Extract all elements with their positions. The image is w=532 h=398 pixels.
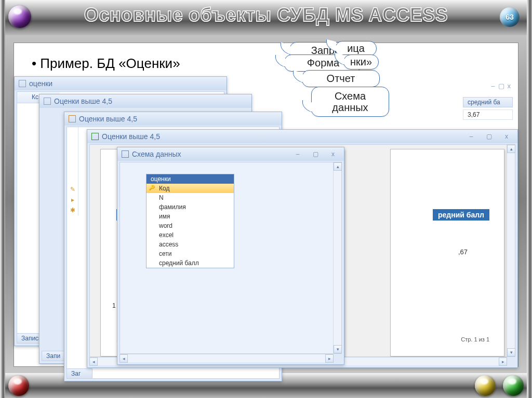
- sphere-red[interactable]: [8, 375, 29, 396]
- close-icon[interactable]: x: [508, 82, 511, 90]
- bubble-form-label: Форма: [307, 57, 339, 68]
- window-schema-body[interactable]: оценки Код N фамилия имя word excel acce…: [119, 162, 342, 354]
- window-schema: Схема данных – ▢ x оценки Код N фамилия …: [117, 147, 344, 365]
- bubble-table-frag-label: ица: [347, 43, 365, 54]
- sphere-green[interactable]: [503, 375, 524, 396]
- report-icon: [91, 133, 99, 140]
- schema-field-5[interactable]: excel: [147, 230, 234, 240]
- window-table-title: оценки: [29, 77, 52, 90]
- row-marker-new: ✱: [67, 205, 78, 215]
- window-form-title: Оценки выше 4,5: [79, 112, 137, 126]
- bubble-name-frag-label: нки»: [350, 56, 372, 67]
- schema-scroll-right-icon[interactable]: ▸: [325, 354, 334, 363]
- window-form-titlebar[interactable]: Оценки выше 4,5: [64, 112, 282, 126]
- schema-table-box[interactable]: оценки Код N фамилия имя word excel acce…: [146, 174, 234, 268]
- schema-field-1[interactable]: N: [147, 193, 234, 202]
- report-close[interactable]: x: [500, 132, 513, 141]
- slide-title: Основные объекты СУБД MS ACCESS: [0, 4, 532, 26]
- bubble-report: Отчет: [302, 70, 380, 87]
- frame-left: [0, 0, 5, 398]
- schema-close[interactable]: x: [326, 150, 340, 158]
- bullet-example: Пример. БД «Оценки»: [32, 56, 180, 72]
- bubble-schema-l2: данных: [317, 102, 383, 113]
- window-form-status: Заг: [66, 368, 92, 379]
- schema-maximize[interactable]: ▢: [309, 150, 322, 158]
- schema-field-8[interactable]: средний балл: [147, 258, 234, 268]
- schema-scroll-down-icon[interactable]: ▾: [334, 345, 342, 353]
- window-query-title: Оценки выше 4,5: [54, 94, 112, 108]
- window-report-title: Оценки выше 4,5: [102, 130, 160, 143]
- minimize-icon[interactable]: –: [491, 82, 495, 90]
- bubble-schema: Схема данных: [311, 87, 389, 117]
- frame-right: [527, 0, 532, 398]
- row-marker-cur: ▸: [67, 195, 78, 205]
- schema-icon: [122, 150, 129, 158]
- scroll-down-icon[interactable]: ▾: [507, 348, 515, 356]
- report-strip-right: редний балл: [433, 209, 489, 221]
- schema-scroll-left-icon[interactable]: ◂: [119, 354, 128, 363]
- query-icon: [44, 98, 51, 105]
- col-cell-avg: 3,67: [463, 109, 513, 120]
- report-num-one: 1: [112, 302, 116, 309]
- report-page-right: редний балл ,67 Стр. 1 из 1: [390, 149, 504, 356]
- report-maximize[interactable]: ▢: [482, 132, 496, 141]
- report-minimize[interactable]: –: [464, 132, 478, 141]
- bg-window-controls: – ▢ x: [491, 82, 511, 90]
- schema-table-name: оценки: [147, 174, 234, 184]
- col-header-avg-label: средний ба: [468, 99, 500, 106]
- bubble-report-label: Отчет: [327, 73, 355, 84]
- window-query-titlebar[interactable]: Оценки выше 4,5: [39, 94, 251, 108]
- bubble-schema-l1: Схема: [317, 90, 383, 102]
- report-scroll-v[interactable]: ▴ ▾: [507, 145, 515, 356]
- schema-minimize[interactable]: –: [291, 150, 304, 158]
- col-cell-avg-value: 3,67: [468, 111, 480, 118]
- col-header-avg: средний ба: [463, 97, 513, 107]
- schema-field-4[interactable]: word: [147, 221, 234, 230]
- schema-field-3[interactable]: имя: [147, 212, 234, 221]
- maximize-icon[interactable]: ▢: [498, 82, 504, 90]
- window-table-titlebar[interactable]: оценки: [15, 77, 227, 90]
- schema-scroll-v[interactable]: ▴ ▾: [333, 162, 341, 353]
- row-marker-edit: ✎: [67, 184, 78, 195]
- row-marker-spacer: [67, 138, 78, 184]
- schema-field-key[interactable]: Код: [147, 184, 234, 193]
- bubble-name-frag: нки»: [343, 54, 379, 70]
- table-icon: [19, 80, 26, 87]
- schema-field-6[interactable]: access: [147, 240, 234, 249]
- row-marker-1: [67, 127, 78, 138]
- report-value: ,67: [458, 248, 468, 256]
- form-icon: [69, 115, 76, 122]
- scroll-left-icon[interactable]: ◂: [89, 358, 98, 366]
- schema-scroll-up-icon[interactable]: ▴: [334, 162, 342, 171]
- schema-field-7[interactable]: сети: [147, 249, 234, 258]
- scroll-up-icon[interactable]: ▴: [507, 145, 515, 153]
- schema-field-2[interactable]: фамилия: [147, 202, 234, 212]
- row-selector-head: [17, 92, 29, 103]
- sphere-yellow[interactable]: [475, 375, 496, 396]
- window-schema-title: Схема данных: [132, 147, 181, 161]
- window-schema-titlebar[interactable]: Схема данных – ▢ x: [117, 147, 344, 161]
- bubble-table-frag: ица: [335, 41, 377, 56]
- schema-scroll-h[interactable]: ◂ ▸: [119, 354, 334, 362]
- scroll-right-icon[interactable]: ▸: [499, 358, 507, 366]
- content-area: Пример. БД «Оценки» Запрос ица Форма нки…: [14, 43, 518, 367]
- window-report-titlebar[interactable]: Оценки выше 4,5 – ▢ x: [87, 130, 517, 143]
- report-page-num: Стр. 1 из 1: [461, 336, 489, 342]
